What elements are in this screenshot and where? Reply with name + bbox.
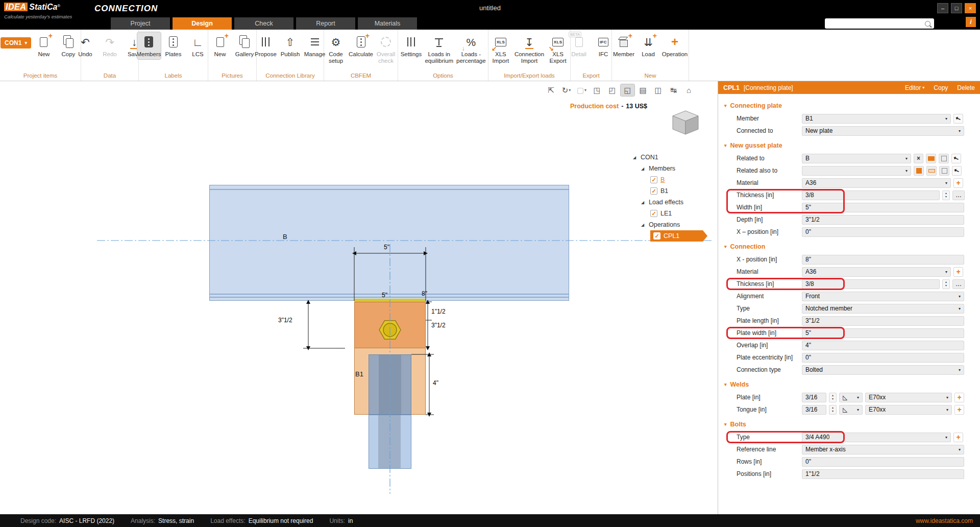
- solid-view-button[interactable]: ◫: [651, 84, 665, 96]
- tree-expander-icon[interactable]: ◢: [641, 166, 646, 171]
- ribbon-button-undo[interactable]: ↶Undo: [74, 32, 97, 59]
- alignment-dropdown[interactable]: Front▾: [802, 292, 964, 301]
- thickness-more-button[interactable]: …: [952, 190, 965, 200]
- top-view-button[interactable]: ◱: [621, 84, 634, 96]
- supports-view-button[interactable]: ↹: [667, 84, 680, 96]
- type-dropdown[interactable]: 3/4 A490▾: [802, 433, 951, 442]
- tongue-material-dropdown[interactable]: E70xx▾: [865, 405, 952, 415]
- tree-expander-icon[interactable]: ◢: [641, 200, 646, 205]
- ribbon-button-lcs[interactable]: ∟LCS: [186, 32, 210, 59]
- tree-root-con1[interactable]: ◢CON1: [633, 152, 718, 163]
- connection-item-selector[interactable]: CON1▾: [1, 37, 31, 49]
- type-dropdown[interactable]: Notched member▾: [802, 304, 964, 314]
- value-spinner[interactable]: ▴▾: [942, 190, 950, 200]
- plate-weld-type-dropdown[interactable]: ◺▾: [839, 393, 863, 402]
- ribbon-button-calculate[interactable]: +Calculate: [349, 32, 373, 59]
- tree-item-cpl1[interactable]: ✓CPL1: [650, 230, 707, 242]
- sheet-view-button[interactable]: ▤: [636, 84, 650, 96]
- minimize-button[interactable]: –: [937, 3, 948, 13]
- checkbox-le1[interactable]: ✓: [650, 210, 657, 217]
- connected-to-dropdown[interactable]: New plate▾: [802, 126, 964, 136]
- ribbon-button-gallery[interactable]: Gallery: [233, 32, 256, 59]
- ribbon-button-settings[interactable]: Settings: [399, 32, 423, 59]
- x-position-input[interactable]: 8": [802, 255, 964, 265]
- related-also-to-outline-button[interactable]: [926, 166, 937, 176]
- related-also-to-plate-button[interactable]: [914, 166, 924, 176]
- width-input[interactable]: 5": [802, 203, 964, 212]
- maximize-button[interactable]: □: [951, 3, 962, 13]
- section-connecting-plate[interactable]: ▾Connecting plate: [718, 99, 980, 112]
- ribbon-button-propose[interactable]: Propose: [254, 32, 278, 59]
- plate-add-button[interactable]: +: [954, 393, 964, 402]
- tree-group-members[interactable]: ◢Members: [633, 163, 718, 174]
- selection-marquee-button[interactable]: ▢▾: [575, 84, 589, 96]
- tab-check[interactable]: Check: [234, 17, 293, 30]
- close-button[interactable]: ×: [965, 3, 976, 13]
- tree-group-load-effects[interactable]: ◢Load effects: [633, 197, 718, 208]
- panel-action-copy[interactable]: Copy: [934, 84, 948, 91]
- related-also-to-pick-button[interactable]: ↖: [952, 166, 962, 176]
- thickness-input[interactable]: 3/8: [802, 190, 940, 200]
- related-to-plate-button[interactable]: [926, 154, 936, 163]
- tree-item-le1[interactable]: ✓LE1: [633, 208, 718, 219]
- axonometric-view-button[interactable]: ◳: [590, 84, 604, 96]
- rows-input[interactable]: 0": [802, 457, 964, 467]
- checkbox-b1[interactable]: ✓: [650, 187, 657, 195]
- section-new-gusset-plate[interactable]: ▾New gusset plate: [718, 139, 980, 152]
- tongue-add-button[interactable]: +: [954, 405, 964, 415]
- beam-member-2d[interactable]: [209, 185, 569, 301]
- tongue-weld-type-dropdown[interactable]: ◺▾: [839, 405, 863, 415]
- checkbox-b[interactable]: ✓: [650, 176, 657, 183]
- thickness-more-button[interactable]: …: [952, 279, 965, 289]
- info-button[interactable]: i: [966, 17, 976, 27]
- ribbon-button-new[interactable]: +New: [208, 32, 232, 59]
- ribbon-button-publish[interactable]: ⇧Publish: [279, 32, 302, 59]
- ribbon-button-loads-in-equilibrium[interactable]: Loads in equilibrium: [424, 32, 454, 66]
- plate-size-input[interactable]: 3/16: [802, 393, 826, 402]
- related-to-frame-button[interactable]: [939, 154, 949, 163]
- material-dropdown[interactable]: A36▾: [802, 267, 951, 277]
- search-icon[interactable]: [925, 21, 930, 27]
- related-to-remove-button[interactable]: ×: [914, 154, 923, 163]
- material-add-button[interactable]: +: [953, 267, 963, 277]
- tree-expander-icon[interactable]: ◢: [641, 223, 646, 227]
- ribbon-button-members[interactable]: Members: [137, 32, 161, 59]
- front-view-button[interactable]: ◰: [605, 84, 619, 96]
- tongue-size-input[interactable]: 3/16: [802, 405, 826, 415]
- ribbon-button-load[interactable]: ⇊+Load: [636, 32, 660, 59]
- tab-project[interactable]: Project: [111, 17, 170, 30]
- ribbon-button-operation[interactable]: +Operation: [661, 32, 689, 59]
- view-cube[interactable]: [670, 109, 701, 137]
- tab-materials[interactable]: Materials: [358, 17, 417, 30]
- ribbon-button-new[interactable]: +New: [32, 32, 56, 59]
- column-behind-plate-2d[interactable]: [369, 354, 411, 415]
- rotate-view-button[interactable]: ↻▾: [559, 84, 573, 96]
- related-to-pick-button[interactable]: ↖: [951, 154, 961, 163]
- section-welds[interactable]: ▾Welds: [718, 378, 980, 391]
- tab-report[interactable]: Report: [296, 17, 355, 30]
- value-spinner[interactable]: ▴▾: [829, 393, 837, 402]
- tab-design[interactable]: Design: [173, 17, 232, 30]
- x-position-input[interactable]: 0": [802, 227, 964, 237]
- reference-line-dropdown[interactable]: Member x-axis▾: [802, 445, 964, 454]
- plate-length-input[interactable]: 3"1/2: [802, 316, 964, 326]
- column-member-2d[interactable]: [369, 415, 411, 469]
- tree-item-b[interactable]: ✓B: [633, 174, 718, 185]
- ribbon-button-manage[interactable]: Manage: [303, 32, 327, 59]
- tree-group-operations[interactable]: ◢Operations: [633, 219, 718, 230]
- tree-item-b1[interactable]: ✓B1: [633, 185, 718, 197]
- ribbon-button-connection-import[interactable]: ↧Connection Import: [513, 32, 545, 66]
- ribbon-button-detail[interactable]: BETADetail: [567, 32, 591, 59]
- value-spinner[interactable]: ▴▾: [829, 405, 837, 415]
- panel-action-delete[interactable]: Delete: [957, 84, 975, 91]
- member-pick-button[interactable]: ↖: [953, 114, 963, 124]
- related-also-to-dropdown[interactable]: ▾: [802, 166, 911, 176]
- search-input[interactable]: [828, 19, 925, 28]
- overlap-input[interactable]: 4": [802, 341, 964, 350]
- connection-type-dropdown[interactable]: Bolted▾: [802, 365, 964, 375]
- tree-expander-icon[interactable]: ◢: [633, 155, 638, 160]
- thickness-input[interactable]: 3/8: [802, 279, 940, 289]
- checkbox-cpl1[interactable]: ✓: [653, 232, 660, 239]
- material-dropdown[interactable]: A36▾: [802, 178, 951, 188]
- panel-action-editor[interactable]: Editor▾: [905, 84, 924, 91]
